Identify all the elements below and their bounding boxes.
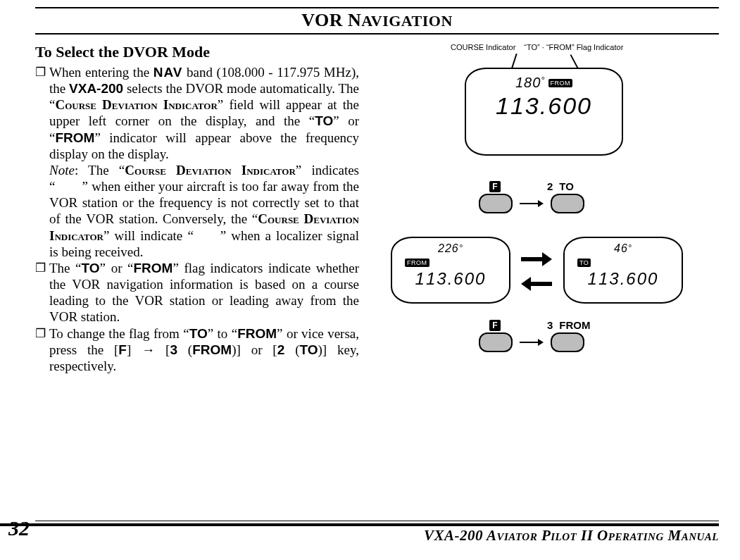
- term-cdi: Course Deviation Indicator: [55, 97, 217, 112]
- term-to: TO: [82, 261, 100, 275]
- lcd-display-from: 226° FROM 113.600: [391, 237, 510, 304]
- list-item: ❐ The “TO” or “FROM” flag indicators ind…: [35, 260, 359, 325]
- f-key-badge: F: [489, 181, 501, 192]
- arrow-right-icon: [520, 339, 544, 346]
- arrow-right-icon: [521, 254, 552, 264]
- text: ” indicator will appear above the freque…: [49, 130, 359, 161]
- figure-column: COURSE Indicator “TO” · “FROM” Flag Indi…: [380, 43, 719, 381]
- text: To change the flag from “: [49, 326, 189, 341]
- footer-rule-thin: [35, 521, 719, 521]
- deg-value: 46: [614, 242, 628, 254]
- deg-value: 226: [438, 242, 459, 254]
- callout-flag: “TO” · “FROM” Flag Indicator: [524, 43, 623, 51]
- degree-readout: 180°: [515, 75, 546, 91]
- key-f: F: [118, 342, 127, 357]
- degree-icon: °: [541, 75, 545, 85]
- degree-icon: °: [628, 242, 632, 253]
- key-number-3: 3: [547, 319, 553, 331]
- deg-value: 180: [515, 75, 541, 90]
- term-to: TO: [189, 326, 208, 341]
- degree-readout: 46°: [614, 242, 632, 255]
- footer-manual-title: VXA-200 Aviator Pilot II Operating Manua…: [424, 527, 719, 545]
- flag-from: FROM: [405, 259, 429, 267]
- bullet-icon: ❐: [35, 325, 49, 341]
- key-button: [479, 194, 513, 213]
- degree-icon: °: [459, 242, 463, 253]
- frequency-readout: 113.600: [415, 269, 487, 289]
- term-from: FROM: [55, 130, 94, 145]
- term-to: TO: [315, 113, 333, 128]
- flag-wrap: TO: [577, 255, 591, 268]
- key-number-2: 2: [547, 180, 553, 192]
- section-title: VOR NAVIGATION: [35, 7, 719, 35]
- flag-wrap: FROM: [405, 255, 429, 268]
- text: When entering the: [49, 65, 153, 80]
- model: VXA-200: [69, 81, 123, 96]
- note-label: Note: [49, 163, 75, 178]
- key-label-row-2: F 3 FROM: [489, 319, 591, 331]
- arrow-left-icon: [521, 279, 552, 289]
- key-button: [551, 332, 584, 352]
- key-row-2: [479, 332, 584, 352]
- figure-callouts: COURSE Indicator “TO” · “FROM” Flag Indi…: [451, 43, 697, 51]
- flag-to: TO: [577, 259, 591, 267]
- term-from: FROM: [133, 261, 173, 275]
- key-label-row-1: F 2 TO: [489, 180, 574, 192]
- text: ” or “: [100, 261, 134, 275]
- term-from: FROM: [192, 342, 232, 357]
- callout-course: COURSE Indicator: [451, 43, 515, 51]
- title-main: VOR N: [301, 10, 361, 30]
- subheading: To Select the DVOR Mode: [35, 43, 359, 62]
- text: ” to “: [208, 326, 237, 341]
- key-2: 2: [277, 342, 285, 357]
- bullet-icon: ❐: [35, 260, 49, 275]
- key-label-to: TO: [559, 180, 574, 192]
- key-label-from: FROM: [559, 319, 590, 331]
- bullet-icon: ❐: [35, 64, 49, 80]
- degree-readout: 226°: [438, 242, 463, 255]
- key-button: [551, 194, 584, 213]
- term-from: FROM: [237, 326, 277, 341]
- text: The “: [49, 261, 82, 275]
- list-item: ❐ When entering the NAV band (108.000 - …: [35, 64, 359, 260]
- key-3: 3: [170, 342, 177, 357]
- body-text-column: To Select the DVOR Mode ❐ When entering …: [35, 43, 359, 381]
- lcd-display-to: 46° TO 113.600: [563, 237, 683, 304]
- term-cdi: Course Deviation Indicator: [125, 163, 295, 178]
- list-item: ❐ To change the flag from “TO” to “FROM”…: [35, 325, 359, 375]
- lcd-display-main: 180° FROM 113.600: [465, 68, 623, 156]
- text: )] or [: [232, 342, 277, 357]
- title-sc: AVIGATION: [361, 12, 453, 30]
- text: (: [177, 342, 192, 357]
- frequency-readout: 113.600: [496, 92, 592, 120]
- text: (: [284, 342, 299, 357]
- flag-from: FROM: [548, 79, 573, 87]
- term-to: TO: [300, 342, 318, 357]
- footer-bar: VXA-200 Aviator Pilot II Operating Manua…: [0, 523, 719, 545]
- text: : The “: [75, 163, 125, 178]
- key-row-1: [479, 194, 584, 213]
- frequency-readout: 113.600: [588, 269, 659, 289]
- text: ] → [: [127, 342, 170, 357]
- f-key-badge: F: [489, 320, 501, 331]
- arrow-right-icon: [520, 200, 544, 207]
- nav-band: NAV: [153, 65, 183, 80]
- key-button: [479, 332, 513, 352]
